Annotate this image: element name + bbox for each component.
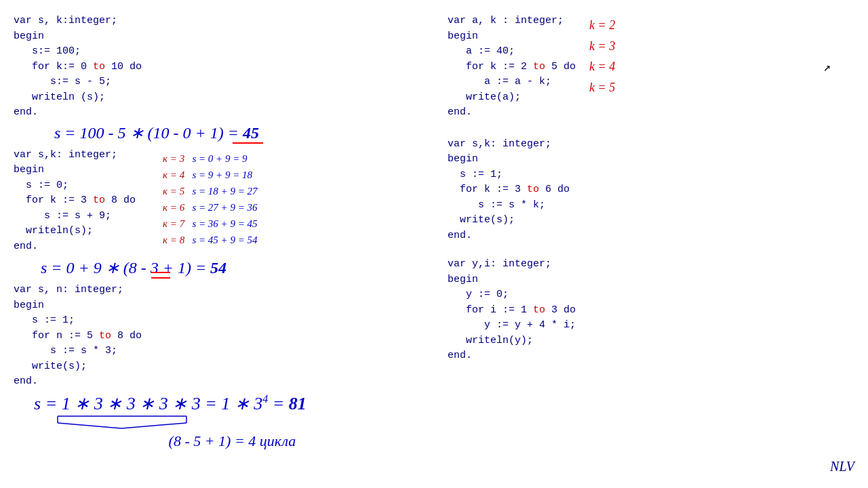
left-column: var s, k:integer; begin s:= 100; for k:=… (0, 7, 434, 481)
right-steps-r1: k = 2 k = 3 k = 4 k = 5 (589, 15, 615, 123)
block1: var s, k:integer; begin s:= 100; for k:=… (14, 14, 420, 142)
code-block-2: var s,k: integer; begin s := 0; for k :=… (14, 148, 156, 255)
formula-2: s = 0 + 9 ∗ (8 - 3 + 1) = 54 (41, 258, 420, 277)
code-block-r3: var y,i: integer; begin y := 0; for i :=… (448, 257, 854, 364)
steps-block2: к = 3 s = 0 + 9 = 9 к = 4 s = 9 + 9 = 18… (163, 150, 258, 258)
nlv-label: NLV (830, 459, 854, 474)
right-column: var a, k : integer; begin a := 40; for k… (434, 7, 868, 481)
formula-1: s = 100 - 5 ∗ (10 - 0 + 1) = 45 (54, 123, 420, 142)
svg-line-3 (58, 423, 121, 428)
code-block-1: var s, k:integer; begin s:= 100; for k:=… (14, 14, 420, 121)
brace-annotation: (8 - 5 + 1) = 4 цикла (51, 413, 420, 450)
code-block-r2: var s,k: integer; begin s := 1; for k :=… (448, 137, 854, 244)
right-block3: var y,i: integer; begin y := 0; for i :=… (448, 257, 854, 364)
right-block1: var a, k : integer; begin a := 40; for k… (448, 14, 854, 123)
brace-svg (51, 413, 214, 432)
cursor-icon: ↗ (823, 60, 831, 75)
code-block-3: var s, n: integer; begin s := 1; for n :… (14, 283, 420, 390)
block2: var s,k: integer; begin s := 0; for k :=… (14, 148, 420, 278)
code-block-r1: var a, k : integer; begin a := 40; for k… (448, 14, 576, 121)
right-block2: var s,k: integer; begin s := 1; for k :=… (448, 137, 854, 244)
brace-label: (8 - 5 + 1) = 4 цикла (44, 432, 420, 450)
formula-3: s = 1 ∗ 3 ∗ 3 ∗ 3 ∗ 3 = 1 ∗ 34 = 81 (34, 392, 420, 414)
block2-content: var s,k: integer; begin s := 0; for k :=… (14, 148, 420, 258)
svg-line-4 (121, 423, 186, 428)
page: var s, k:integer; begin s:= 100; for k:=… (0, 0, 868, 488)
block3: var s, n: integer; begin s := 1; for n :… (14, 283, 420, 450)
